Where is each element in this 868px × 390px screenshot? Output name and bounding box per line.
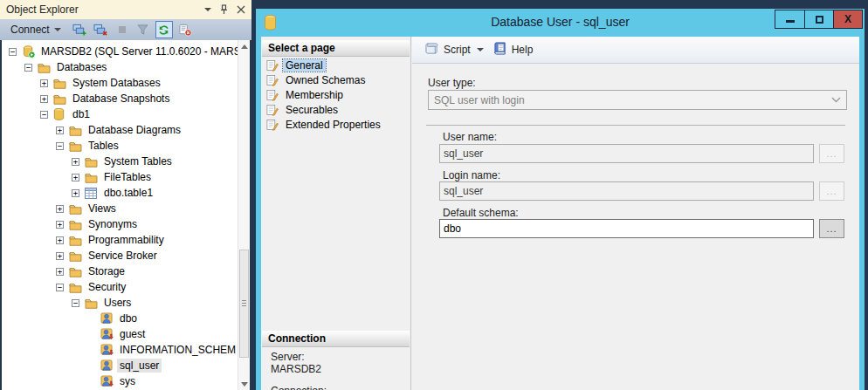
tree-item-label: Views — [86, 202, 119, 216]
tree-item-programmability[interactable]: +Programmability — [2, 232, 238, 248]
close-button[interactable]: X — [833, 10, 862, 28]
page-item-extended-properties[interactable]: Extended Properties — [261, 117, 410, 132]
expand-icon[interactable]: + — [56, 127, 64, 134]
expand-icon[interactable]: + — [56, 205, 64, 213]
dialog-titlebar[interactable]: Database User - sql_user X — [256, 9, 865, 37]
filter-icon[interactable] — [134, 21, 152, 38]
expand-icon[interactable]: + — [56, 268, 64, 276]
object-explorer-titlebar[interactable]: Object Explorer — [0, 0, 251, 19]
tree-item-filetables[interactable]: +FileTables — [2, 169, 238, 185]
window-position-icon[interactable] — [204, 8, 211, 11]
login-name-input — [439, 181, 814, 201]
script-icon — [424, 42, 439, 58]
tree-item-database-diagrams[interactable]: +Database Diagrams — [2, 122, 238, 138]
tree-item-dbo-table1[interactable]: +dbo.table1 — [2, 185, 238, 201]
tree-item-views[interactable]: +Views — [2, 201, 238, 216]
tree-item-service-broker[interactable]: +Service Broker — [2, 248, 238, 263]
default-schema-browse-button[interactable]: ... — [819, 219, 844, 238]
scrollbar-thumb[interactable] — [239, 250, 249, 358]
tree-item-label: Synonyms — [86, 217, 140, 231]
help-icon — [493, 42, 507, 58]
tree-item-label: guest — [117, 327, 148, 341]
tree-item-marsdb2-sql-server-11-0-6020-marsd[interactable]: −MARSDB2 (SQL Server 11.0.6020 - MARSD — [2, 44, 238, 59]
script-button[interactable]: Script — [422, 40, 473, 59]
expand-icon[interactable]: + — [56, 221, 64, 229]
collapse-icon[interactable]: − — [9, 48, 17, 56]
tree-item-label: INFORMATION_SCHEM — [117, 343, 238, 357]
tree-item-information-schem[interactable]: INFORMATION_SCHEM — [2, 342, 238, 358]
close-icon[interactable] — [237, 5, 245, 14]
server-icon — [22, 45, 36, 58]
page-pencil-icon — [265, 59, 279, 72]
pin-icon[interactable] — [219, 4, 229, 15]
expand-icon[interactable]: + — [56, 252, 64, 260]
tree-item-sql-user[interactable]: sql_user — [2, 358, 238, 373]
user-icon — [100, 312, 114, 325]
maximize-icon — [816, 16, 823, 24]
collapse-icon[interactable]: − — [56, 142, 64, 150]
tree-item-system-databases[interactable]: +System Databases — [2, 75, 238, 91]
page-item-securables[interactable]: Securables — [261, 102, 410, 117]
tree-item-database-snapshots[interactable]: +Database Snapshots — [2, 91, 238, 106]
minimize-button[interactable] — [775, 10, 804, 28]
default-schema-input[interactable] — [439, 219, 814, 238]
scroll-down-icon[interactable] — [238, 378, 250, 390]
page-item-label: Owned Schemas — [283, 74, 368, 86]
collapse-icon[interactable]: − — [40, 111, 48, 119]
refresh-icon[interactable] — [155, 21, 173, 38]
maximize-button[interactable] — [804, 10, 833, 28]
page-item-label: Membership — [283, 89, 346, 101]
tree-item-system-tables[interactable]: +System Tables — [2, 154, 238, 169]
page-item-general[interactable]: General — [261, 58, 410, 72]
object-explorer-title: Object Explorer — [6, 3, 79, 16]
expand-icon[interactable]: + — [40, 95, 48, 103]
expand-icon[interactable]: + — [72, 174, 79, 181]
tree-item-users[interactable]: −Users — [2, 295, 238, 311]
scroll-up-icon[interactable] — [238, 40, 250, 52]
table-icon — [85, 188, 99, 199]
connect-button[interactable]: Connect — [7, 22, 65, 38]
tree-item-db1[interactable]: −db1 — [2, 106, 238, 122]
expand-icon[interactable]: + — [40, 79, 48, 87]
default-schema-label: Default schema: — [443, 207, 519, 219]
help-button[interactable]: Help — [491, 40, 536, 59]
tree-item-guest[interactable]: guest — [2, 326, 238, 342]
server-value: MARSDB2 — [271, 363, 321, 375]
collapse-icon[interactable]: − — [72, 299, 79, 307]
help-button-label: Help — [512, 44, 534, 56]
collapse-icon[interactable]: − — [56, 284, 64, 291]
database-icon — [53, 108, 67, 120]
login-name-label: Login name: — [443, 169, 500, 181]
expand-icon[interactable]: + — [56, 236, 64, 244]
folder-icon — [69, 250, 83, 262]
disconnect-server-icon[interactable] — [93, 21, 110, 38]
page-item-owned-schemas[interactable]: Owned Schemas — [261, 72, 410, 87]
folder-icon — [69, 235, 83, 246]
page-item-label: Extended Properties — [283, 119, 383, 131]
tree-item-dbo[interactable]: dbo — [2, 311, 238, 326]
page-item-membership[interactable]: Membership — [261, 87, 410, 102]
tree-item-storage[interactable]: +Storage — [2, 263, 238, 279]
tree-item-synonyms[interactable]: +Synonyms — [2, 216, 238, 232]
collapse-icon[interactable]: − — [24, 64, 32, 72]
tree-scrollbar[interactable] — [238, 40, 250, 390]
expand-icon[interactable]: + — [72, 158, 79, 166]
dialog-toolbar: Script Help — [412, 37, 859, 64]
select-page-list: GeneralOwned SchemasMembershipSecurables… — [261, 58, 410, 132]
tree-item-label: Database Snapshots — [70, 92, 172, 106]
script-dropdown-icon[interactable] — [477, 48, 484, 51]
user-name-input — [439, 144, 814, 163]
folder-icon — [69, 140, 83, 152]
connect-server-icon[interactable] — [72, 21, 89, 38]
database-user-dialog: Database User - sql_user X Select a page… — [256, 9, 865, 390]
tree-item-label: Programmability — [86, 233, 167, 247]
tree-item-security[interactable]: −Security — [2, 279, 238, 295]
tree-item-sys[interactable]: sys — [2, 373, 238, 389]
expand-icon[interactable]: + — [72, 189, 79, 197]
tree-item-databases[interactable]: −Databases — [2, 59, 238, 75]
stop-icon — [114, 21, 131, 38]
script-error-icon[interactable] — [176, 21, 194, 38]
tree-item-tables[interactable]: −Tables — [2, 138, 238, 154]
server-label: Server: — [271, 351, 305, 363]
tree-item-label: Databases — [54, 60, 109, 74]
